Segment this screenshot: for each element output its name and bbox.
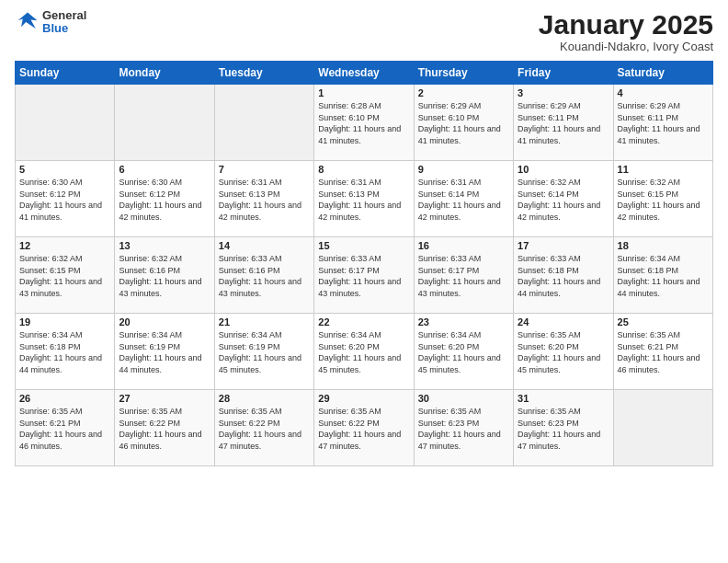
- calendar-cell: 5Sunrise: 6:30 AMSunset: 6:12 PMDaylight…: [16, 161, 115, 237]
- day-number: 11: [618, 164, 709, 175]
- calendar-cell: 7Sunrise: 6:31 AMSunset: 6:13 PMDaylight…: [214, 161, 313, 237]
- logo-icon: [15, 9, 40, 35]
- day-info: Sunrise: 6:35 AMSunset: 6:22 PMDaylight:…: [318, 406, 409, 452]
- calendar-cell: 18Sunrise: 6:34 AMSunset: 6:18 PMDayligh…: [613, 237, 712, 314]
- day-info: Sunrise: 6:28 AMSunset: 6:10 PMDaylight:…: [318, 100, 409, 146]
- day-info: Sunrise: 6:29 AMSunset: 6:11 PMDaylight:…: [518, 100, 609, 146]
- svg-marker-0: [18, 13, 38, 29]
- calendar-cell: 23Sunrise: 6:34 AMSunset: 6:20 PMDayligh…: [414, 314, 513, 390]
- day-number: 28: [219, 393, 310, 404]
- day-info: Sunrise: 6:29 AMSunset: 6:10 PMDaylight:…: [418, 100, 509, 146]
- day-info: Sunrise: 6:35 AMSunset: 6:20 PMDaylight:…: [518, 329, 609, 375]
- calendar-cell: 13Sunrise: 6:32 AMSunset: 6:16 PMDayligh…: [115, 237, 214, 314]
- col-monday: Monday: [115, 62, 214, 85]
- day-info: Sunrise: 6:33 AMSunset: 6:17 PMDaylight:…: [318, 253, 409, 299]
- day-info: Sunrise: 6:34 AMSunset: 6:18 PMDaylight:…: [19, 329, 110, 375]
- day-info: Sunrise: 6:35 AMSunset: 6:21 PMDaylight:…: [19, 406, 110, 452]
- calendar-cell: 22Sunrise: 6:34 AMSunset: 6:20 PMDayligh…: [314, 314, 414, 390]
- day-number: 20: [119, 316, 210, 327]
- calendar-cell: 2Sunrise: 6:29 AMSunset: 6:10 PMDaylight…: [414, 85, 513, 161]
- day-number: 23: [418, 316, 509, 327]
- calendar-cell: 11Sunrise: 6:32 AMSunset: 6:15 PMDayligh…: [613, 161, 712, 237]
- logo-blue: Blue: [42, 22, 86, 35]
- day-number: 30: [418, 393, 509, 404]
- day-info: Sunrise: 6:34 AMSunset: 6:18 PMDaylight:…: [618, 253, 709, 299]
- day-number: 24: [518, 316, 609, 327]
- day-info: Sunrise: 6:29 AMSunset: 6:11 PMDaylight:…: [618, 100, 709, 146]
- day-number: 15: [318, 240, 409, 251]
- day-info: Sunrise: 6:31 AMSunset: 6:14 PMDaylight:…: [418, 177, 509, 223]
- col-friday: Friday: [514, 62, 613, 85]
- calendar-header-row: Sunday Monday Tuesday Wednesday Thursday…: [16, 62, 713, 85]
- day-info: Sunrise: 6:32 AMSunset: 6:15 PMDaylight:…: [19, 253, 110, 299]
- day-number: 10: [518, 164, 609, 175]
- col-wednesday: Wednesday: [314, 62, 414, 85]
- col-saturday: Saturday: [613, 62, 712, 85]
- col-thursday: Thursday: [414, 62, 513, 85]
- day-info: Sunrise: 6:34 AMSunset: 6:19 PMDaylight:…: [219, 329, 310, 375]
- day-info: Sunrise: 6:31 AMSunset: 6:13 PMDaylight:…: [219, 177, 310, 223]
- day-number: 25: [618, 316, 709, 327]
- month-year: January 2025: [539, 9, 713, 40]
- day-info: Sunrise: 6:35 AMSunset: 6:22 PMDaylight:…: [219, 406, 310, 452]
- calendar-week-3: 12Sunrise: 6:32 AMSunset: 6:15 PMDayligh…: [16, 237, 713, 314]
- day-number: 4: [618, 87, 709, 98]
- day-number: 12: [19, 240, 110, 251]
- day-info: Sunrise: 6:35 AMSunset: 6:21 PMDaylight:…: [618, 329, 709, 375]
- col-tuesday: Tuesday: [214, 62, 313, 85]
- calendar-cell: 25Sunrise: 6:35 AMSunset: 6:21 PMDayligh…: [613, 314, 712, 390]
- day-number: 18: [618, 240, 709, 251]
- calendar-cell: [16, 85, 115, 161]
- day-info: Sunrise: 6:33 AMSunset: 6:17 PMDaylight:…: [418, 253, 509, 299]
- calendar-week-4: 19Sunrise: 6:34 AMSunset: 6:18 PMDayligh…: [16, 314, 713, 390]
- logo-general: General: [42, 9, 86, 22]
- calendar-week-2: 5Sunrise: 6:30 AMSunset: 6:12 PMDaylight…: [16, 161, 713, 237]
- calendar-cell: 17Sunrise: 6:33 AMSunset: 6:18 PMDayligh…: [514, 237, 613, 314]
- day-number: 27: [119, 393, 210, 404]
- day-info: Sunrise: 6:32 AMSunset: 6:14 PMDaylight:…: [518, 177, 609, 223]
- day-info: Sunrise: 6:30 AMSunset: 6:12 PMDaylight:…: [19, 177, 110, 223]
- day-number: 3: [518, 87, 609, 98]
- calendar-cell: 24Sunrise: 6:35 AMSunset: 6:20 PMDayligh…: [514, 314, 613, 390]
- calendar-cell: 26Sunrise: 6:35 AMSunset: 6:21 PMDayligh…: [16, 390, 115, 466]
- calendar-cell: 4Sunrise: 6:29 AMSunset: 6:11 PMDaylight…: [613, 85, 712, 161]
- day-info: Sunrise: 6:34 AMSunset: 6:20 PMDaylight:…: [418, 329, 509, 375]
- day-number: 9: [418, 164, 509, 175]
- title-block: January 2025 Kouandi-Ndakro, Ivory Coast: [539, 9, 713, 53]
- day-number: 7: [219, 164, 310, 175]
- calendar-cell: 8Sunrise: 6:31 AMSunset: 6:13 PMDaylight…: [314, 161, 414, 237]
- col-sunday: Sunday: [16, 62, 115, 85]
- calendar-cell: 21Sunrise: 6:34 AMSunset: 6:19 PMDayligh…: [214, 314, 313, 390]
- day-number: 19: [19, 316, 110, 327]
- calendar-cell: 12Sunrise: 6:32 AMSunset: 6:15 PMDayligh…: [16, 237, 115, 314]
- header: General Blue January 2025 Kouandi-Ndakro…: [15, 9, 713, 53]
- calendar-week-1: 1Sunrise: 6:28 AMSunset: 6:10 PMDaylight…: [16, 85, 713, 161]
- day-info: Sunrise: 6:31 AMSunset: 6:13 PMDaylight:…: [318, 177, 409, 223]
- day-info: Sunrise: 6:32 AMSunset: 6:16 PMDaylight:…: [119, 253, 210, 299]
- calendar-cell: 15Sunrise: 6:33 AMSunset: 6:17 PMDayligh…: [314, 237, 414, 314]
- day-number: 5: [19, 164, 110, 175]
- day-info: Sunrise: 6:35 AMSunset: 6:23 PMDaylight:…: [418, 406, 509, 452]
- calendar-cell: 10Sunrise: 6:32 AMSunset: 6:14 PMDayligh…: [514, 161, 613, 237]
- calendar-cell: 9Sunrise: 6:31 AMSunset: 6:14 PMDaylight…: [414, 161, 513, 237]
- calendar-cell: [613, 390, 712, 466]
- calendar-cell: 3Sunrise: 6:29 AMSunset: 6:11 PMDaylight…: [514, 85, 613, 161]
- day-info: Sunrise: 6:34 AMSunset: 6:19 PMDaylight:…: [119, 329, 210, 375]
- day-info: Sunrise: 6:34 AMSunset: 6:20 PMDaylight:…: [318, 329, 409, 375]
- day-number: 17: [518, 240, 609, 251]
- day-info: Sunrise: 6:32 AMSunset: 6:15 PMDaylight:…: [618, 177, 709, 223]
- day-number: 26: [19, 393, 110, 404]
- day-number: 6: [119, 164, 210, 175]
- day-info: Sunrise: 6:35 AMSunset: 6:22 PMDaylight:…: [119, 406, 210, 452]
- calendar-cell: 1Sunrise: 6:28 AMSunset: 6:10 PMDaylight…: [314, 85, 414, 161]
- day-number: 8: [318, 164, 409, 175]
- calendar-cell: 29Sunrise: 6:35 AMSunset: 6:22 PMDayligh…: [314, 390, 414, 466]
- day-number: 22: [318, 316, 409, 327]
- calendar-cell: 16Sunrise: 6:33 AMSunset: 6:17 PMDayligh…: [414, 237, 513, 314]
- calendar-cell: 28Sunrise: 6:35 AMSunset: 6:22 PMDayligh…: [214, 390, 313, 466]
- calendar-cell: 14Sunrise: 6:33 AMSunset: 6:16 PMDayligh…: [214, 237, 313, 314]
- day-number: 14: [219, 240, 310, 251]
- calendar-cell: 31Sunrise: 6:35 AMSunset: 6:23 PMDayligh…: [514, 390, 613, 466]
- calendar-cell: [115, 85, 214, 161]
- logo: General Blue: [15, 9, 86, 36]
